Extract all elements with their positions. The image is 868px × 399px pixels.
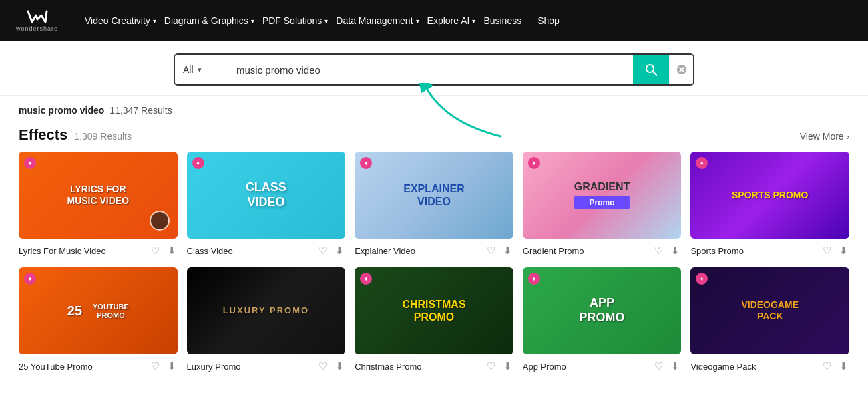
card-explainer-video[interactable]: EXPLAINERVIDEO Explainer Video ♡ ⬇ <box>355 152 513 258</box>
nav-item-video-creativity[interactable]: Video Creativity <box>77 10 158 31</box>
card-lyrics-music-video[interactable]: LYRICS FORMUSIC VIDEO Lyrics For Music V… <box>19 152 178 258</box>
like-button-app[interactable]: ♡ <box>653 359 664 374</box>
like-button-gradient[interactable]: ♡ <box>653 243 664 258</box>
card-christmas-promo[interactable]: CHRISTMASPROMO Christmas Promo ♡ ⬇ <box>355 267 513 374</box>
card-title-christmas: Christmas Promo <box>355 362 421 372</box>
download-button-christmas[interactable]: ⬇ <box>502 359 513 374</box>
effects-title: Effects <box>19 126 67 144</box>
results-header: music promo video 11,347 Results <box>19 105 849 116</box>
results-query-text: music promo video <box>19 105 104 116</box>
card-title-youtube: 25 YouTube Promo <box>19 362 93 372</box>
search-clear-button[interactable] <box>669 55 693 84</box>
effects-section-header: Effects 1,309 Results View More › <box>19 126 849 144</box>
nav-items: Video Creativity ▾ Diagram & Graphics ▾ … <box>77 10 852 31</box>
search-button[interactable] <box>633 55 669 84</box>
like-button-youtube[interactable]: ♡ <box>150 359 161 374</box>
download-button-explainer[interactable]: ⬇ <box>502 243 513 258</box>
card-class-video[interactable]: CLASSVIDEO Class Video ♡ ⬇ <box>187 152 346 258</box>
card-videogame-pack[interactable]: VIDEOGAMEPACK Videogame Pack ♡ ⬇ <box>690 267 849 374</box>
card-title-gradient: Gradient Promo <box>523 246 584 256</box>
card-app-promo[interactable]: APPPROMO App Promo ♡ ⬇ <box>523 267 682 374</box>
view-more-button[interactable]: View More › <box>800 131 849 142</box>
logo[interactable]: wondershare <box>16 10 58 32</box>
card-title-lyrics: Lyrics For Music Video <box>19 246 106 256</box>
nav-item-pdf-solutions[interactable]: PDF Solutions <box>254 10 330 31</box>
card-title-videogame: Videogame Pack <box>690 362 756 372</box>
dropdown-chevron-icon: ▾ <box>198 65 202 74</box>
like-button-christmas[interactable]: ♡ <box>485 359 497 374</box>
like-button-class[interactable]: ♡ <box>317 243 329 258</box>
card-title-luxury: Luxury Promo <box>187 362 241 372</box>
like-button-sports[interactable]: ♡ <box>821 243 833 258</box>
nav-item-explore-ai[interactable]: Explore AI <box>419 10 478 31</box>
download-button-gradient[interactable]: ⬇ <box>670 243 681 258</box>
logo-text: wondershare <box>16 25 58 32</box>
search-icon <box>644 63 658 76</box>
nav-item-shop[interactable]: Shop <box>529 10 568 31</box>
download-button-lyrics[interactable]: ⬇ <box>166 243 178 258</box>
download-button-app[interactable]: ⬇ <box>670 359 681 374</box>
card-title-explainer: Explainer Video <box>355 246 415 256</box>
card-title-class: Class Video <box>187 246 233 256</box>
cards-row-2: 25 YOUTUBEPROMO 25 YouTube Promo ♡ ⬇ LUX… <box>19 267 849 374</box>
download-button-sports[interactable]: ⬇ <box>838 243 849 258</box>
cards-row-1: LYRICS FORMUSIC VIDEO Lyrics For Music V… <box>19 152 849 258</box>
logo-icon <box>27 10 48 25</box>
search-section: All ▾ <box>0 41 868 96</box>
nav-item-diagram-graphics[interactable]: Diagram & Graphics <box>156 10 256 31</box>
nav-item-data-management[interactable]: Data Management <box>328 10 421 31</box>
card-gradient-promo[interactable]: GRADIENT Promo Gradient Promo ♡ ⬇ <box>523 152 682 258</box>
download-button-videogame[interactable]: ⬇ <box>838 359 849 374</box>
search-category-label: All <box>183 64 194 75</box>
card-title-sports: Sports Promo <box>690 246 743 256</box>
like-button-lyrics[interactable]: ♡ <box>150 243 161 258</box>
chevron-right-icon: › <box>847 132 849 142</box>
download-button-class[interactable]: ⬇ <box>334 243 345 258</box>
search-bar: All ▾ <box>174 53 694 86</box>
clear-icon <box>676 64 687 75</box>
card-sports-promo[interactable]: SPORTS PROMO Sports Promo ♡ ⬇ <box>690 152 849 258</box>
navbar: wondershare Video Creativity ▾ Diagram &… <box>0 0 868 41</box>
results-section: music promo video 11,347 Results Effects… <box>0 96 868 374</box>
like-button-explainer[interactable]: ♡ <box>485 243 497 258</box>
results-count: 11,347 Results <box>110 105 172 116</box>
card-luxury-promo[interactable]: LUXURY PROMO Luxury Promo ♡ ⬇ <box>187 267 346 374</box>
card-youtube-promo[interactable]: 25 YOUTUBEPROMO 25 YouTube Promo ♡ ⬇ <box>19 267 178 374</box>
card-title-app: App Promo <box>523 362 566 372</box>
search-category-dropdown[interactable]: All ▾ <box>175 55 228 84</box>
download-button-youtube[interactable]: ⬇ <box>166 359 178 374</box>
like-button-videogame[interactable]: ♡ <box>821 359 833 374</box>
search-input[interactable] <box>228 55 633 84</box>
nav-item-business[interactable]: Business <box>475 10 529 31</box>
effects-count: 1,309 Results <box>74 131 132 142</box>
svg-line-1 <box>653 72 656 75</box>
like-button-luxury[interactable]: ♡ <box>317 359 329 374</box>
download-button-luxury[interactable]: ⬇ <box>334 359 345 374</box>
